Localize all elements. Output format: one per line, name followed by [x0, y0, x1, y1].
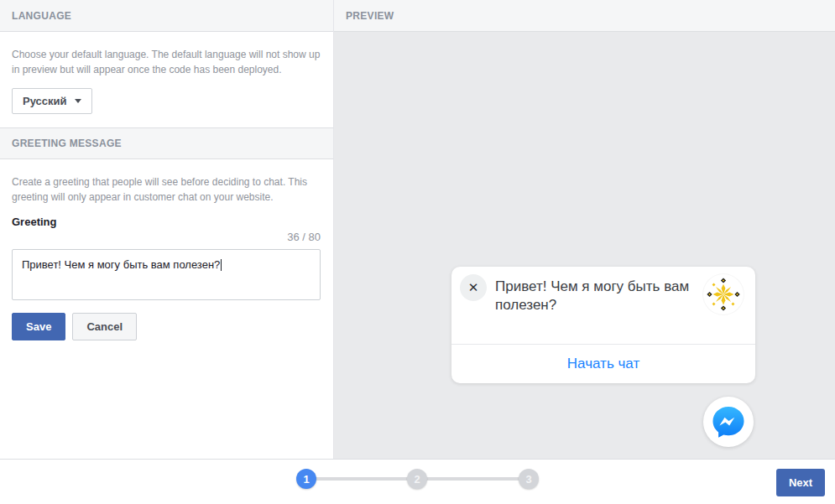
preview-section-title: PREVIEW [346, 10, 394, 22]
step-connector [306, 477, 417, 481]
customer-chat-setup-window: LANGUAGE Choose your default language. T… [0, 0, 835, 504]
chevron-down-icon [75, 99, 81, 103]
preview-panel: PREVIEW ✕ Привет! Чем я могу быть вам по… [334, 0, 835, 459]
greeting-section-title: GREETING MESSAGE [12, 138, 122, 149]
language-section-body: Choose your default language. The defaul… [0, 32, 333, 127]
preview-section-header: PREVIEW [334, 0, 835, 32]
next-button[interactable]: Next [776, 469, 825, 496]
language-dropdown[interactable]: Русский [12, 88, 92, 114]
language-dropdown-value: Русский [23, 95, 67, 107]
language-description: Choose your default language. The defaul… [12, 47, 327, 77]
greeting-description: Create a greeting that people will see b… [12, 174, 327, 205]
step-progress: 1 2 3 [296, 469, 539, 489]
greeting-field-label: Greeting [12, 216, 321, 228]
greeting-input[interactable]: Привет! Чем я могу быть вам полезен? [12, 249, 321, 300]
close-icon[interactable]: ✕ [460, 274, 487, 301]
main-content: LANGUAGE Choose your default language. T… [0, 0, 835, 459]
wizard-footer: 1 2 3 Next [0, 459, 835, 504]
save-button[interactable]: Save [12, 313, 65, 340]
start-chat-link[interactable]: Начать чат [451, 345, 755, 383]
preview-area: ✕ Привет! Чем я могу быть вам полезен? [334, 32, 835, 459]
folk-star-ornament-icon [705, 276, 742, 313]
step-connector [417, 477, 529, 481]
step-1-active[interactable]: 1 [296, 469, 316, 489]
chat-greeting-text: Привет! Чем я могу быть вам полезен? [495, 278, 705, 315]
greeting-section-body: Create a greeting that people will see b… [0, 159, 333, 340]
text-caret [221, 259, 222, 271]
language-section-title: LANGUAGE [12, 10, 71, 22]
greeting-input-value: Привет! Чем я могу быть вам полезен? [22, 258, 220, 271]
step-3[interactable]: 3 [519, 469, 539, 489]
messenger-icon [709, 403, 748, 441]
page-avatar [703, 274, 744, 314]
chat-greeting-card: ✕ Привет! Чем я могу быть вам полезен? [451, 267, 755, 383]
messenger-launcher-button[interactable] [703, 397, 754, 447]
step-2[interactable]: 2 [407, 469, 427, 489]
greeting-section-header: GREETING MESSAGE [0, 127, 333, 159]
settings-panel: LANGUAGE Choose your default language. T… [0, 0, 334, 459]
cancel-button[interactable]: Cancel [72, 313, 137, 340]
button-row: Save Cancel [12, 313, 321, 340]
char-counter: 36 / 80 [12, 231, 321, 243]
language-section-header: LANGUAGE [0, 0, 333, 32]
